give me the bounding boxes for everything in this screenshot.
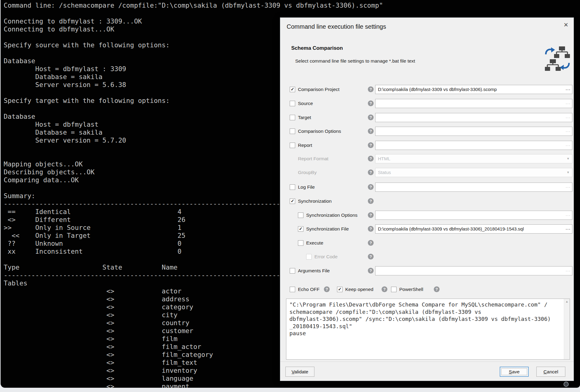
keep-opened-toggle: ✓ Keep opened ? bbox=[337, 285, 390, 294]
echo-off-toggle: Echo OFF ? bbox=[290, 285, 335, 294]
target-field[interactable]: ... bbox=[375, 113, 572, 122]
echo-off-label: Echo OFF bbox=[298, 285, 320, 294]
help-icon[interactable]: ? bbox=[434, 286, 440, 292]
synchronization-options-field[interactable]: ... bbox=[375, 211, 572, 220]
powershell-toggle: PowerShell ? bbox=[391, 285, 443, 294]
command-line-settings-dialog: Command line execution file settings ✕ S… bbox=[280, 17, 574, 381]
checkmark-icon: ✓ bbox=[291, 199, 294, 203]
checkmark-icon: ✓ bbox=[291, 87, 294, 91]
browse-button[interactable]: ... bbox=[565, 98, 571, 107]
comparison-project-label: Comparison Project bbox=[298, 85, 339, 94]
row-error-code: Error Code ? bbox=[290, 252, 572, 261]
help-icon[interactable]: ? bbox=[368, 240, 374, 246]
keep-opened-label: Keep opened bbox=[345, 285, 373, 294]
scrollbar[interactable]: ▲ bbox=[564, 299, 570, 359]
help-icon[interactable]: ? bbox=[368, 254, 374, 260]
report-format-select[interactable]: HTML ▼ bbox=[375, 154, 572, 163]
help-icon[interactable]: ? bbox=[368, 198, 374, 204]
cancel-button[interactable]: Cancel bbox=[536, 367, 565, 377]
log-file-field[interactable]: ... bbox=[375, 183, 572, 192]
target-label: Target bbox=[298, 113, 311, 122]
arguments-file-label: Arguments File bbox=[298, 266, 330, 275]
row-comparison-options: Comparison Options ? ... bbox=[290, 127, 572, 136]
synchronization-file-field[interactable]: D:\comp\sakila (dbfmylast-3309 vs dbfmyl… bbox=[375, 224, 572, 234]
help-icon[interactable]: ? bbox=[368, 142, 374, 148]
close-icon[interactable]: ✕ bbox=[561, 20, 571, 29]
arguments-file-field[interactable]: ... bbox=[375, 266, 572, 275]
scroll-up-icon[interactable]: ▲ bbox=[564, 300, 570, 303]
bat-text-box[interactable]: "C:\Program Files\Devart\dbForge Schema … bbox=[286, 299, 570, 360]
browse-button[interactable]: ... bbox=[565, 126, 571, 135]
help-icon[interactable]: ? bbox=[324, 286, 330, 292]
browse-button[interactable]: ... bbox=[565, 210, 571, 219]
help-icon[interactable]: ? bbox=[368, 100, 374, 106]
browse-button[interactable]: ... bbox=[565, 266, 571, 274]
bat-text[interactable]: "C:\Program Files\Devart\dbForge Schema … bbox=[286, 299, 564, 359]
source-field[interactable]: ... bbox=[375, 99, 572, 108]
help-icon[interactable]: ? bbox=[382, 286, 387, 292]
keep-opened-checkbox[interactable]: ✓ bbox=[337, 287, 343, 292]
checkmark-icon: ✓ bbox=[299, 227, 303, 231]
synchronization-checkbox[interactable]: ✓ bbox=[290, 198, 295, 204]
groupby-label: GroupBy bbox=[298, 168, 317, 177]
error-code-checkbox[interactable] bbox=[306, 254, 312, 260]
target-checkbox[interactable] bbox=[290, 115, 295, 120]
powershell-label: PowerShell bbox=[399, 285, 423, 294]
checkmark-icon: ✓ bbox=[338, 287, 342, 291]
dialog-title: Command line execution file settings bbox=[287, 23, 386, 30]
bat-options-row: Echo OFF ? ✓ Keep opened ? PowerShell ? bbox=[290, 285, 572, 294]
synchronization-file-checkbox[interactable]: ✓ bbox=[298, 226, 303, 232]
browse-button[interactable]: ... bbox=[565, 84, 571, 93]
report-format-value: HTML bbox=[378, 154, 564, 163]
help-icon[interactable]: ? bbox=[368, 114, 374, 120]
help-icon[interactable]: ? bbox=[368, 226, 374, 232]
source-checkbox[interactable] bbox=[290, 101, 295, 106]
comparison-options-field[interactable]: ... bbox=[375, 127, 572, 136]
synchronization-file-label: Synchronization File bbox=[306, 224, 349, 234]
row-comparison-project: ✓ Comparison Project ? D:\comp\sakila (d… bbox=[290, 85, 572, 94]
browse-button[interactable]: ... bbox=[565, 224, 571, 232]
row-groupby: GroupBy ? Status ▼ bbox=[290, 168, 572, 177]
comparison-options-label: Comparison Options bbox=[298, 127, 341, 136]
help-icon[interactable]: ? bbox=[368, 169, 374, 175]
help-icon[interactable]: ? bbox=[368, 128, 374, 134]
row-synchronization-options: Synchronization Options ? ... bbox=[290, 211, 572, 220]
report-checkbox[interactable] bbox=[290, 143, 295, 148]
comparison-project-field[interactable]: D:\comp\sakila (dbfmylast-3309 vs dbfmyl… bbox=[375, 85, 572, 94]
help-icon[interactable]: ? bbox=[368, 184, 374, 190]
row-arguments-file: Arguments File ? ... bbox=[290, 266, 572, 275]
row-source: Source ? ... bbox=[290, 99, 572, 108]
powershell-checkbox[interactable] bbox=[391, 287, 397, 292]
chevron-down-icon[interactable]: ▼ bbox=[567, 154, 570, 163]
help-icon[interactable]: ? bbox=[368, 156, 374, 162]
execute-checkbox[interactable] bbox=[298, 240, 303, 246]
validate-button[interactable]: Validate bbox=[285, 367, 314, 377]
comparison-project-value: D:\comp\sakila (dbfmylast-3309 vs dbfmyl… bbox=[378, 85, 564, 94]
error-code-label: Error Code bbox=[314, 252, 338, 261]
comparison-project-checkbox[interactable]: ✓ bbox=[290, 87, 295, 92]
browse-button[interactable]: ... bbox=[565, 140, 571, 149]
help-icon[interactable]: ? bbox=[368, 86, 374, 92]
source-label: Source bbox=[298, 99, 313, 108]
echo-off-checkbox[interactable] bbox=[290, 287, 295, 292]
arguments-file-checkbox[interactable] bbox=[290, 268, 295, 274]
synchronization-options-checkbox[interactable] bbox=[298, 212, 303, 218]
chevron-down-icon[interactable]: ▼ bbox=[567, 168, 570, 177]
row-report-format: Report Format ? HTML ▼ bbox=[290, 154, 572, 163]
save-button[interactable]: Save bbox=[500, 367, 529, 377]
comparison-options-checkbox[interactable] bbox=[290, 129, 295, 134]
groupby-select[interactable]: Status ▼ bbox=[375, 168, 572, 177]
execute-label: Execute bbox=[306, 238, 323, 248]
report-label: Report bbox=[298, 141, 312, 150]
row-report: Report ? ... bbox=[290, 141, 572, 150]
row-synchronization-file: ✓ Synchronization File ? D:\comp\sakila … bbox=[290, 224, 572, 234]
browse-button[interactable]: ... bbox=[565, 182, 571, 191]
report-field[interactable]: ... bbox=[375, 141, 572, 150]
log-file-checkbox[interactable] bbox=[290, 184, 295, 190]
help-icon[interactable]: ? bbox=[368, 268, 374, 274]
synchronization-options-label: Synchronization Options bbox=[306, 211, 357, 220]
browse-button[interactable]: ... bbox=[565, 112, 571, 121]
help-icon[interactable]: ? bbox=[368, 212, 374, 218]
schema-comparison-icon bbox=[545, 46, 570, 71]
section-subtitle: Select command line file settings to man… bbox=[295, 58, 415, 64]
